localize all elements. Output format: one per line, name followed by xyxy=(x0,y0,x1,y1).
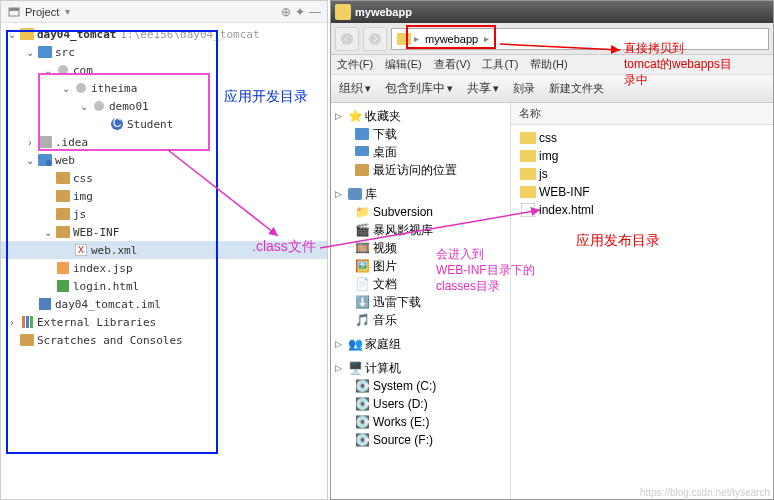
src-folder[interactable]: ⌄ src xyxy=(1,43,327,61)
file-row-js[interactable]: js xyxy=(515,165,769,183)
file-list-header[interactable]: 名称 xyxy=(511,103,773,125)
chevron-down-icon[interactable]: ⌄ xyxy=(41,227,55,238)
homegroup-header[interactable]: ▷👥家庭组 xyxy=(335,335,506,353)
project-tab-icon xyxy=(7,5,21,19)
organize-button[interactable]: 组织 ▾ xyxy=(339,80,371,97)
libraries-group: ▷库 📁Subversion 🎬暴风影视库 🎞️视频 🖼️图片 📄文档 ⬇️迅雷… xyxy=(335,185,506,329)
chevron-down-icon[interactable]: ⌄ xyxy=(77,101,91,112)
loginhtml-file[interactable]: login.html xyxy=(1,277,327,295)
nav-pictures[interactable]: 🖼️图片 xyxy=(335,257,506,275)
homegroup-group: ▷👥家庭组 xyxy=(335,335,506,353)
nav-subversion[interactable]: 📁Subversion xyxy=(335,203,506,221)
folder-icon xyxy=(55,207,71,221)
chevron-down-icon[interactable]: ⌄ xyxy=(5,29,19,40)
menu-edit[interactable]: 编辑(E) xyxy=(385,57,422,72)
nav-baofeng[interactable]: 🎬暴风影视库 xyxy=(335,221,506,239)
dropdown-icon[interactable]: ▾ xyxy=(65,6,70,17)
nav-drive-e[interactable]: 💽Works (E:) xyxy=(335,413,506,431)
explorer-title-bar: mywebapp xyxy=(331,1,773,23)
nav-documents[interactable]: 📄文档 xyxy=(335,275,506,293)
idea-folder[interactable]: › .idea xyxy=(1,133,327,151)
chevron-right-icon[interactable]: › xyxy=(23,137,37,148)
favorites-header[interactable]: ▷⭐收藏夹 xyxy=(335,107,506,125)
svg-rect-20 xyxy=(39,298,51,310)
nav-desktop[interactable]: 桌面 xyxy=(335,143,506,161)
drive-icon: 💽 xyxy=(353,397,371,411)
file-row-img[interactable]: img xyxy=(515,147,769,165)
webinf-folder[interactable]: ⌄ WEB-INF xyxy=(1,223,327,241)
html-file-icon xyxy=(55,279,71,293)
file-row-webinf[interactable]: WEB-INF xyxy=(515,183,769,201)
project-root[interactable]: ⌄ day04_tomcat I:\ee156\day04_tomcat xyxy=(1,25,327,43)
chevron-down-icon[interactable]: ⌄ xyxy=(23,47,37,58)
module-icon xyxy=(19,27,35,41)
menu-tools[interactable]: 工具(T) xyxy=(482,57,518,72)
svg-rect-23 xyxy=(30,316,33,328)
newfolder-button[interactable]: 新建文件夹 xyxy=(549,81,604,96)
address-bar[interactable]: ▸ mywebapp ▸ xyxy=(391,28,769,50)
menu-help[interactable]: 帮助(H) xyxy=(530,57,567,72)
explorer-nav-bar: ▸ mywebapp ▸ xyxy=(331,23,773,55)
nav-recent[interactable]: 最近访问的位置 xyxy=(335,161,506,179)
folder-icon xyxy=(55,225,71,239)
chevron-right-icon[interactable]: › xyxy=(5,317,19,328)
svn-icon: 📁 xyxy=(353,205,371,219)
svg-point-11 xyxy=(46,160,52,166)
nav-pane: ▷⭐收藏夹 下载 桌面 最近访问的位置 ▷库 📁Subversion 🎬暴风影视… xyxy=(331,103,511,499)
burn-button[interactable]: 刻录 xyxy=(513,81,535,96)
folder-icon xyxy=(396,32,412,46)
svg-rect-2 xyxy=(20,28,34,40)
settings-icon[interactable]: ✦ xyxy=(295,5,305,19)
web-folder[interactable]: ⌄ web xyxy=(1,151,327,169)
scratches[interactable]: Scratches and Consoles xyxy=(1,331,327,349)
student-class[interactable]: C Student xyxy=(1,115,327,133)
column-name[interactable]: 名称 xyxy=(519,106,541,121)
svg-rect-24 xyxy=(20,334,34,346)
css-folder[interactable]: css xyxy=(1,169,327,187)
hide-icon[interactable]: — xyxy=(309,5,321,19)
webxml-file[interactable]: x web.xml xyxy=(1,241,327,259)
chevron-down-icon[interactable]: ⌄ xyxy=(41,65,55,76)
js-folder[interactable]: js xyxy=(1,205,327,223)
svg-rect-30 xyxy=(355,164,369,176)
breadcrumb-item[interactable]: mywebapp xyxy=(419,33,484,45)
folder-icon xyxy=(519,131,537,145)
iml-file[interactable]: day04_tomcat.iml xyxy=(1,295,327,313)
nav-drive-d[interactable]: 💽Users (D:) xyxy=(335,395,506,413)
star-icon: ⭐ xyxy=(347,109,363,123)
window-title: mywebapp xyxy=(355,6,412,18)
forward-button[interactable] xyxy=(363,27,387,51)
chevron-down-icon[interactable]: ⌄ xyxy=(23,155,37,166)
chevron-down-icon[interactable]: ⌄ xyxy=(59,83,73,94)
indexjsp-file[interactable]: index.jsp xyxy=(1,259,327,277)
external-libraries[interactable]: › External Libraries xyxy=(1,313,327,331)
share-button[interactable]: 共享 ▾ xyxy=(467,80,499,97)
menu-view[interactable]: 查看(V) xyxy=(434,57,471,72)
file-row-indexhtml[interactable]: index.html xyxy=(515,201,769,219)
back-button[interactable] xyxy=(335,27,359,51)
computer-header[interactable]: ▷🖥️计算机 xyxy=(335,359,506,377)
nav-videos[interactable]: 🎞️视频 xyxy=(335,239,506,257)
nav-drive-c[interactable]: 💽System (C:) xyxy=(335,377,506,395)
chevron-right-icon[interactable]: ▸ xyxy=(484,33,489,44)
menu-file[interactable]: 文件(F) xyxy=(337,57,373,72)
file-row-css[interactable]: css xyxy=(515,129,769,147)
ide-tab-bar: Project ▾ ⊕ ✦ — xyxy=(1,1,327,23)
explorer-content: ▷⭐收藏夹 下载 桌面 最近访问的位置 ▷库 📁Subversion 🎬暴风影视… xyxy=(331,103,773,499)
nav-downloads[interactable]: 下载 xyxy=(335,125,506,143)
project-tab-title: Project xyxy=(25,6,59,18)
project-tree: ⌄ day04_tomcat I:\ee156\day04_tomcat ⌄ s… xyxy=(1,23,327,351)
nav-music[interactable]: 🎵音乐 xyxy=(335,311,506,329)
package-icon xyxy=(73,81,89,95)
img-folder[interactable]: img xyxy=(1,187,327,205)
drive-icon: 💽 xyxy=(353,379,371,393)
library-icon xyxy=(347,187,363,201)
collapse-icon[interactable]: ⊕ xyxy=(281,5,291,19)
libraries-header[interactable]: ▷库 xyxy=(335,185,506,203)
nav-drive-f[interactable]: 💽Source (F:) xyxy=(335,431,506,449)
nav-xunlei[interactable]: ⬇️迅雷下载 xyxy=(335,293,506,311)
include-button[interactable]: 包含到库中 ▾ xyxy=(385,80,453,97)
com-package[interactable]: ⌄ com xyxy=(1,61,327,79)
itheima-package[interactable]: ⌄ itheima xyxy=(1,79,327,97)
demo01-package[interactable]: ⌄ demo01 xyxy=(1,97,327,115)
